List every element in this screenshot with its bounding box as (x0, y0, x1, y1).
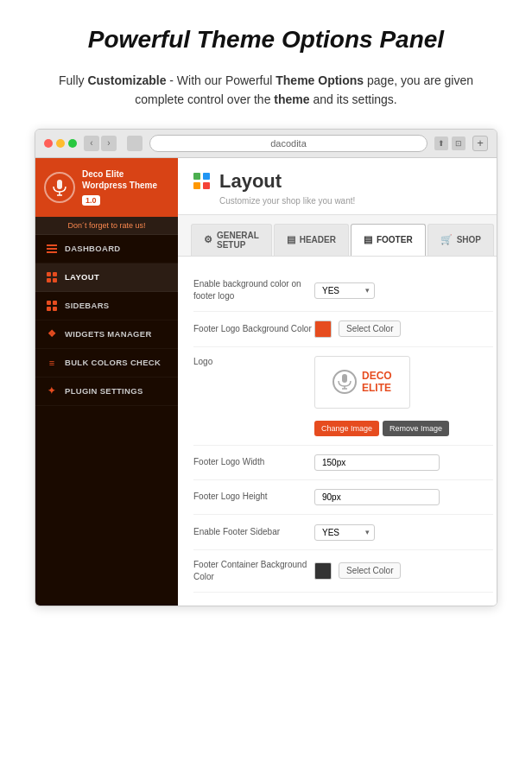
control-logo-height (314, 489, 493, 505)
tabs-bar: ⚙ GENERAL SETUP ▤ HEADER ▤ FOOTER 🛒 SHOP (178, 215, 497, 257)
control-container-color: Select Color (314, 562, 493, 580)
select-color-button-logo[interactable]: Select Color (339, 320, 401, 337)
content-title: Layout (219, 170, 282, 193)
tab-footer-label: FOOTER (377, 235, 413, 244)
sidebar-item-plugin[interactable]: ✦ PLUGIN SETTINGS (35, 377, 178, 406)
color-swatch-logo[interactable] (314, 320, 332, 338)
select-wrapper-bg-color[interactable]: YES NO (314, 282, 375, 299)
sidebar-item-widgets[interactable]: ❖ WIDGETS MANAGER (35, 320, 178, 349)
control-logo-width (314, 454, 493, 471)
sidebar-item-dashboard[interactable]: DASHBOARD (35, 235, 178, 263)
form-row-logo-width: Footer Logo Width (193, 446, 493, 480)
new-tab-button[interactable]: + (472, 136, 488, 151)
label-container-color: Footer Container Background Color (193, 559, 314, 583)
tab-header-label: HEADER (300, 235, 336, 244)
sidebar: Deco Elite Wordpress Theme 1.0 Don´t for… (35, 158, 178, 606)
gear-icon: ⚙ (204, 234, 212, 245)
form-row-logo: Logo (193, 347, 493, 446)
color-swatch-container[interactable] (314, 562, 332, 580)
logo-buttons: Change Image Remove Image (314, 421, 449, 436)
input-logo-height[interactable] (314, 489, 440, 505)
sidebar-label-widgets: WIDGETS MANAGER (65, 329, 152, 339)
logo-name: Deco Elite Wordpress Theme (82, 168, 157, 191)
version-badge: 1.0 (82, 195, 100, 206)
palette-icon: ≡ (46, 357, 58, 369)
footer-icon: ▤ (364, 234, 372, 245)
browser-dots (44, 139, 77, 148)
logo-icon (44, 172, 75, 203)
url-bar[interactable]: dacodita (149, 135, 428, 152)
main-content: Layout Customize your shop like you want… (178, 158, 497, 606)
shop-icon: 🛒 (440, 234, 453, 245)
select-wrapper-footer-sidebar[interactable]: YES NO (314, 523, 375, 541)
logo-preview: DECO ELITE (314, 356, 410, 409)
tab-general-setup[interactable]: ⚙ GENERAL SETUP (191, 224, 272, 256)
widget-icon: ❖ (46, 328, 58, 340)
form-row-logo-color: Footer Logo Background Color Select Colo… (193, 312, 493, 347)
description: Fully Customizable - With our Powerful T… (35, 71, 497, 110)
bookmark-icon[interactable]: ⊡ (452, 136, 466, 150)
back-button[interactable]: ‹ (84, 136, 99, 151)
label-bg-color: Enable background color on footer logo (193, 278, 314, 302)
remove-image-button[interactable]: Remove Image (383, 421, 449, 436)
select-footer-sidebar[interactable]: YES NO (314, 524, 375, 541)
label-logo: Logo (193, 356, 314, 368)
control-logo-color: Select Color (314, 320, 493, 338)
tab-footer[interactable]: ▤ FOOTER (351, 224, 426, 256)
input-logo-width[interactable] (314, 454, 440, 471)
sidebars-icon (46, 300, 58, 312)
sidebar-menu: DASHBOARD LAYOUT SIDEBARS (35, 235, 178, 406)
rate-us-text: Don´t forget to rate us! (35, 217, 178, 235)
sidebar-label-layout: LAYOUT (65, 272, 99, 282)
label-footer-sidebar: Enable Footer Sidebar (193, 526, 314, 538)
main-title: Powerful Theme Options Panel (35, 26, 497, 54)
dashboard-icon (46, 243, 58, 255)
select-bg-color[interactable]: YES NO (314, 282, 375, 299)
sidebar-item-sidebars[interactable]: SIDEBARS (35, 292, 178, 320)
sidebar-logo: Deco Elite Wordpress Theme 1.0 (35, 158, 178, 217)
label-logo-color: Footer Logo Background Color (193, 323, 314, 335)
share-icon[interactable]: ⬆ (434, 136, 448, 150)
content-subtitle: Customize your shop like you want! (219, 196, 493, 206)
change-image-button[interactable]: Change Image (314, 421, 379, 436)
control-footer-sidebar: YES NO (314, 523, 493, 541)
form-row-container-color: Footer Container Background Color Select… (193, 550, 493, 593)
url-text: dacodita (270, 138, 307, 149)
browser-bar: ‹ › dacodita ⬆ ⊡ + (35, 130, 497, 158)
tab-header[interactable]: ▤ HEADER (274, 224, 349, 256)
browser-action-icons: ⬆ ⊡ (434, 136, 466, 150)
select-color-button-container[interactable]: Select Color (339, 562, 401, 579)
sidebar-label-plugin: PLUGIN SETTINGS (65, 386, 143, 396)
sidebar-label-bulkcolors: BULK COLORS CHECK (65, 358, 161, 367)
svg-rect-3 (342, 374, 347, 383)
tab-general-label: GENERAL SETUP (217, 231, 259, 250)
sidebar-label-sidebars: SIDEBARS (65, 301, 110, 310)
form-row-footer-sidebar: Enable Footer Sidebar YES NO (193, 515, 493, 550)
browser-mockup: ‹ › dacodita ⬆ ⊡ + (35, 129, 497, 606)
forward-button[interactable]: › (101, 136, 117, 151)
sidebar-label-dashboard: DASHBOARD (65, 244, 120, 253)
plug-icon: ✦ (46, 385, 58, 397)
admin-layout: Deco Elite Wordpress Theme 1.0 Don´t for… (35, 158, 497, 606)
sidebar-item-layout[interactable]: LAYOUT (35, 263, 178, 292)
browser-nav: ‹ › (84, 136, 117, 151)
close-dot (44, 139, 53, 148)
content-header: Layout Customize your shop like you want… (178, 158, 497, 215)
maximize-dot (68, 139, 77, 148)
sidebar-item-bulkcolors[interactable]: ≡ BULK COLORS CHECK (35, 349, 178, 377)
label-logo-height: Footer Logo Height (193, 491, 314, 503)
preview-logo-text: DECO ELITE (362, 370, 392, 395)
browser-window-icon (127, 136, 142, 151)
tab-shop[interactable]: 🛒 SHOP (428, 224, 494, 256)
form-content: Enable background color on footer logo Y… (178, 257, 497, 606)
layout-icon (46, 271, 58, 283)
svg-rect-0 (57, 180, 62, 189)
header-icon: ▤ (287, 234, 295, 245)
tab-shop-label: SHOP (457, 235, 481, 244)
label-logo-width: Footer Logo Width (193, 456, 314, 468)
control-bg-color: YES NO (314, 282, 493, 299)
preview-logo-icon (332, 370, 357, 394)
layout-header-icon (193, 173, 211, 190)
minimize-dot (56, 139, 65, 148)
form-row-bg-color: Enable background color on footer logo Y… (193, 270, 493, 312)
